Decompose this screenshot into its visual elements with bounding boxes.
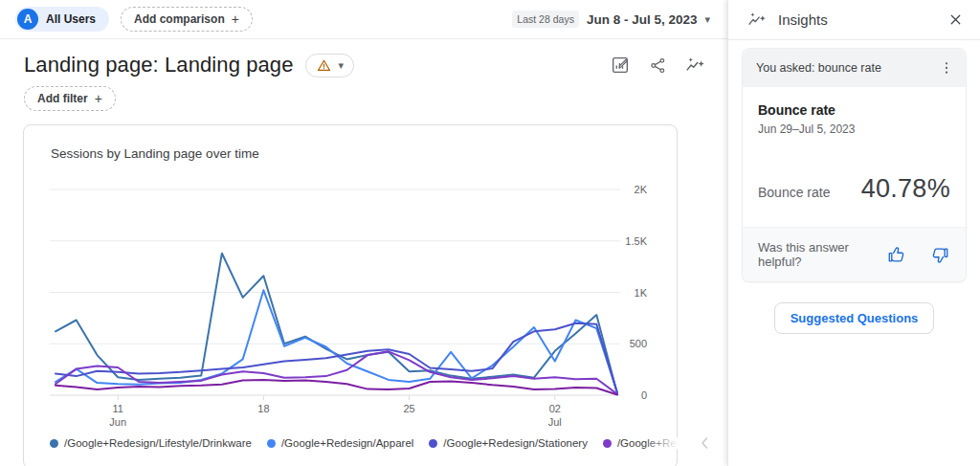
legend-dot-icon xyxy=(267,439,276,448)
all-users-chip[interactable]: A All Users xyxy=(15,7,109,32)
insight-card: You asked: bounce rate Bounce rate Jun 2… xyxy=(742,48,967,282)
insight-date-range: Jun 29–Jul 5, 2023 xyxy=(758,122,950,136)
insights-toggle-button[interactable] xyxy=(683,54,706,77)
svg-text:1.5K: 1.5K xyxy=(625,235,647,247)
edit-chart-button[interactable] xyxy=(609,54,632,77)
insights-icon xyxy=(685,55,705,76)
insight-menu-button[interactable] xyxy=(935,56,958,79)
close-insights-button[interactable] xyxy=(944,9,967,32)
insights-panel-header: Insights xyxy=(728,0,980,40)
sessions-chart[interactable]: 05001K1.5K2K11Jun182502Jul xyxy=(50,182,662,433)
legend-dot-icon xyxy=(429,439,437,448)
svg-text:0: 0 xyxy=(641,389,647,401)
insight-metric-label: Bounce rate xyxy=(758,185,831,200)
svg-text:Jul: Jul xyxy=(548,416,562,428)
chart-legend: /Google+Redesign/Lifestyle/Drinkware/Goo… xyxy=(50,433,659,453)
insight-card-footer: Was this answer helpful? xyxy=(743,227,966,281)
insight-card-body: Bounce rate Jun 29–Jul 5, 2023 Bounce ra… xyxy=(743,87,966,227)
date-range-badge: Last 28 days xyxy=(512,11,579,28)
all-users-label: All Users xyxy=(46,12,96,26)
svg-text:500: 500 xyxy=(630,338,647,349)
svg-text:11: 11 xyxy=(113,403,123,414)
legend-items: /Google+Redesign/Lifestyle/Drinkware/Goo… xyxy=(50,437,679,449)
kebab-menu-icon xyxy=(939,60,954,76)
thumbs-up-button[interactable] xyxy=(885,243,908,266)
edit-chart-icon xyxy=(611,55,630,75)
legend-item: /Google+Redesign/Lifestyle/Drinkware xyxy=(50,437,252,449)
helpful-prompt: Was this answer helpful? xyxy=(758,240,885,269)
plus-icon: + xyxy=(232,12,239,26)
legend-label: /Google+Redesign/Stationery xyxy=(443,437,588,449)
main-content: A All Users Add comparison + Last 28 day… xyxy=(0,0,727,466)
legend-item: /Google+Redesign xyxy=(603,437,679,449)
chevron-down-icon: ▾ xyxy=(704,14,710,25)
insight-metric-title: Bounce rate xyxy=(758,102,950,118)
thumbs-down-icon xyxy=(929,245,949,265)
share-icon xyxy=(649,56,667,75)
insights-panel: Insights You asked: bounce rate Bounce r… xyxy=(727,0,980,466)
legend-label: /Google+Redesign xyxy=(617,437,679,449)
legend-label: /Google+Redesign/Apparel xyxy=(281,437,413,449)
insight-card-header: You asked: bounce rate xyxy=(743,49,966,87)
svg-text:25: 25 xyxy=(403,403,414,414)
svg-text:18: 18 xyxy=(257,403,269,414)
date-range-text: Jun 8 - Jul 5, 2023 xyxy=(587,12,698,27)
chevron-left-icon xyxy=(698,435,713,451)
add-filter-label: Add filter xyxy=(37,92,88,105)
legend-label: /Google+Redesign/Lifestyle/Drinkware xyxy=(64,437,252,449)
svg-text:Jun: Jun xyxy=(109,416,126,428)
legend-item: /Google+Redesign/Apparel xyxy=(267,437,413,449)
report-header: Landing page: Landing page ▾ xyxy=(0,39,727,78)
add-comparison-label: Add comparison xyxy=(134,12,225,26)
comparison-bar: A All Users Add comparison + Last 28 day… xyxy=(0,0,727,39)
close-icon xyxy=(947,11,964,28)
insight-metric-value: 40.78% xyxy=(861,174,950,204)
plus-icon: + xyxy=(95,92,102,105)
filter-bar: Add filter + xyxy=(0,78,727,111)
add-filter-button[interactable]: Add filter + xyxy=(24,86,116,111)
legend-prev-button[interactable] xyxy=(694,432,717,455)
legend-item: /Google+Redesign/Stationery xyxy=(429,437,588,449)
insights-panel-title: Insights xyxy=(778,11,828,28)
svg-text:1K: 1K xyxy=(635,287,648,299)
data-quality-pill[interactable]: ▾ xyxy=(305,54,355,78)
add-comparison-button[interactable]: Add comparison + xyxy=(121,7,253,32)
share-button[interactable] xyxy=(646,54,669,77)
page-title: Landing page: Landing page xyxy=(24,53,294,78)
insight-question-text: You asked: bounce rate xyxy=(756,61,881,75)
svg-text:02: 02 xyxy=(549,403,561,414)
all-users-avatar: A xyxy=(17,9,38,30)
chevron-down-icon: ▾ xyxy=(339,60,345,71)
thumbs-up-icon xyxy=(887,245,907,265)
chart-title: Sessions by Landing page over time xyxy=(51,146,259,161)
legend-dot-icon xyxy=(603,439,612,448)
insights-icon xyxy=(747,11,767,30)
svg-text:2K: 2K xyxy=(635,184,648,195)
date-range-selector[interactable]: Last 28 days Jun 8 - Jul 5, 2023 ▾ xyxy=(512,11,710,28)
warning-icon xyxy=(316,57,332,74)
sessions-chart-card: Sessions by Landing page over time 05001… xyxy=(23,124,678,466)
insight-metric-row: Bounce rate 40.78% xyxy=(758,174,950,227)
thumbs-down-button[interactable] xyxy=(927,243,950,266)
suggested-questions-button[interactable]: Suggested Questions xyxy=(774,302,935,334)
legend-dot-icon xyxy=(50,439,58,448)
